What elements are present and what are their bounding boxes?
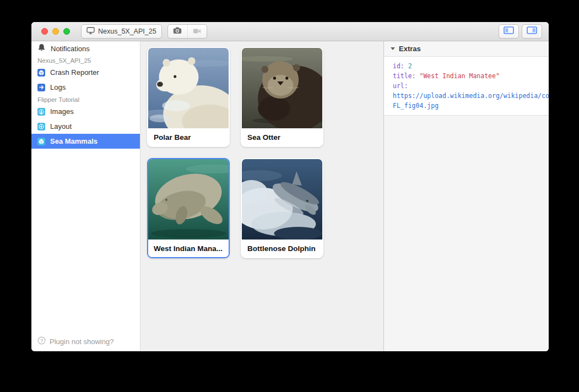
inspector-line: id: 2 <box>393 61 549 71</box>
plugin-help-label: Plugin not showing? <box>50 337 113 346</box>
sidebar-item-images[interactable]: Images <box>31 104 140 119</box>
json-key: title: <box>393 72 416 80</box>
sidebar-item-label: Crash Reporter <box>50 68 99 77</box>
sidebar-section-header-device: Nexus_5X_API_25 <box>31 56 140 65</box>
toggle-right-sidebar-icon <box>527 26 537 36</box>
sidebar-item-label: Logs <box>50 83 66 91</box>
traffic-lights <box>41 28 70 35</box>
cube-icon <box>37 138 45 145</box>
help-circle-icon: ? <box>37 336 46 346</box>
target-icon <box>37 123 45 130</box>
sidebar-item-crash-reporter[interactable]: Crash Reporter <box>31 65 140 80</box>
extras-header-label: Extras <box>399 45 421 53</box>
monitor-icon <box>86 27 95 36</box>
screen: Nexus_5X_API_25 <box>0 0 579 392</box>
sidebar-item-label: Layout <box>50 122 72 130</box>
card-title: West Indian Mana... <box>148 239 229 257</box>
inspector-line: url: <box>393 81 549 91</box>
zoom-button[interactable] <box>63 28 70 35</box>
panel-toggle-buttons <box>499 24 542 39</box>
screen-record-button[interactable] <box>187 25 207 38</box>
sidebar-item-sea-mammals[interactable]: Sea Mammals <box>31 134 140 149</box>
json-number-value: 2 <box>408 62 412 70</box>
minimize-button[interactable] <box>52 28 59 35</box>
cube-icon <box>37 69 45 77</box>
close-button[interactable] <box>41 28 48 35</box>
inspector-line: https://upload.wikimedia.org/wikipedia/c… <box>393 91 549 101</box>
sidebar-item-notifications[interactable]: Notifications <box>31 41 140 56</box>
sea-otter-image <box>242 48 322 128</box>
json-url-value: FL_fig04.jpg <box>393 102 439 110</box>
card-bottlenose-dolphin[interactable]: Bottlenose Dolphin <box>241 158 323 258</box>
sidebar: Notifications Nexus_5X_API_25 Crash Repo… <box>31 41 140 351</box>
flipper-window: Nexus_5X_API_25 <box>31 22 549 351</box>
window-body: Notifications Nexus_5X_API_25 Crash Repo… <box>31 41 549 351</box>
manatee-image <box>148 159 229 239</box>
card-grid: Polar Bear <box>140 41 383 351</box>
extras-header[interactable]: Extras <box>384 41 549 57</box>
sidebar-item-label: Sea Mammals <box>50 137 98 145</box>
toolbar: Nexus_5X_API_25 <box>31 22 549 41</box>
device-tab-label: Nexus_5X_API_25 <box>98 28 156 35</box>
device-tab[interactable]: Nexus_5X_API_25 <box>81 24 162 39</box>
sidebar-section-header-tutorial: Flipper Tutorial <box>31 95 140 104</box>
toggle-left-sidebar-icon <box>504 26 514 36</box>
sidebar-item-logs[interactable]: Logs <box>31 80 140 95</box>
card-title: Bottlenose Dolphin <box>242 239 322 257</box>
user-circle-icon <box>37 108 45 116</box>
card-title: Sea Otter <box>242 128 322 146</box>
chevron-down-icon <box>391 47 395 50</box>
bell-icon <box>37 43 46 53</box>
sidebar-item-layout[interactable]: Layout <box>31 119 140 134</box>
inspector-line: title: "West Indian Manatee" <box>393 71 549 81</box>
card-west-indian-manatee[interactable]: West Indian Mana... <box>147 158 230 258</box>
toggle-left-sidebar-button[interactable] <box>499 24 519 39</box>
dolphin-image <box>242 159 322 239</box>
card-sea-otter[interactable]: Sea Otter <box>241 47 323 147</box>
data-inspector: id: 2 title: "West Indian Manatee" url: … <box>384 57 549 116</box>
json-url-value: https://upload.wikimedia.org/wikipedia/c… <box>393 92 549 100</box>
screenshot-button[interactable] <box>168 25 187 38</box>
svg-text:?: ? <box>40 338 43 344</box>
card-title: Polar Bear <box>148 128 229 146</box>
card-polar-bear[interactable]: Polar Bear <box>147 47 230 147</box>
video-camera-icon <box>193 26 201 36</box>
sidebar-item-label: Images <box>50 107 74 116</box>
sidebar-item-label: Notifications <box>51 45 90 53</box>
json-key: id: <box>393 62 404 70</box>
capture-button-group <box>167 24 207 39</box>
toggle-right-sidebar-button[interactable] <box>522 24 542 39</box>
inspector-line: FL_fig04.jpg <box>393 101 549 111</box>
json-string-value: "West Indian Manatee" <box>419 72 499 80</box>
plugin-help-link[interactable]: ? Plugin not showing? <box>31 331 140 351</box>
polar-bear-image <box>148 48 229 128</box>
arrow-right-icon <box>37 84 45 91</box>
json-key: url: <box>393 82 408 90</box>
camera-icon <box>173 26 182 36</box>
extras-panel: Extras id: 2 title: "West Indian Manatee… <box>383 41 549 351</box>
